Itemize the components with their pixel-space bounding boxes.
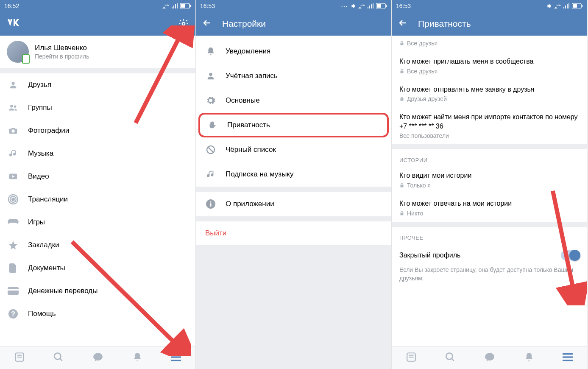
header-title: Приватность: [418, 19, 471, 29]
menu-games[interactable]: Игры: [0, 211, 195, 234]
settings-account[interactable]: Учётная запись: [196, 64, 391, 88]
settings-label: Приватность: [227, 121, 270, 129]
music-icon: [8, 148, 19, 159]
settings-music-subscription[interactable]: Подписка на музыку: [196, 162, 391, 187]
private-profile-toggle[interactable]: [561, 250, 580, 260]
bottom-nav: [392, 346, 587, 369]
settings-label: Уведомления: [226, 47, 270, 56]
svg-point-5: [10, 105, 13, 107]
svg-point-6: [14, 106, 17, 108]
settings-about[interactable]: О приложении: [196, 192, 391, 216]
nav-menu-icon[interactable]: [562, 353, 573, 363]
menu-live[interactable]: Трансляции: [0, 188, 195, 211]
menu-video[interactable]: Видео: [0, 165, 195, 188]
svg-rect-28: [386, 5, 387, 7]
profile-row[interactable]: Илья Шевченко Перейти в профиль: [0, 36, 195, 68]
status-time: 16:52: [4, 3, 19, 9]
settings-label: Основные: [226, 96, 260, 105]
settings-gear-button[interactable]: [178, 18, 189, 30]
menu-money[interactable]: Денежные переводы: [0, 280, 195, 302]
nav-messages-icon[interactable]: [484, 352, 496, 364]
svg-rect-27: [377, 4, 381, 8]
bottom-nav: [0, 346, 195, 369]
privacy-title: Кто может найти меня при импорте контакт…: [399, 112, 580, 131]
privacy-value: Все друзья: [407, 40, 438, 47]
gamepad-icon: [8, 217, 19, 228]
svg-rect-12: [8, 287, 19, 295]
status-bar: 16:52: [0, 0, 195, 12]
logout-button[interactable]: Выйти: [196, 221, 391, 245]
private-profile-row[interactable]: Закрытый профиль: [392, 243, 587, 262]
header: Приватность: [392, 12, 587, 36]
camera-icon: [8, 125, 19, 136]
profile-subtitle: Перейти в профиль: [35, 53, 89, 60]
section-stories: ИСТОРИИ: [392, 149, 587, 166]
lock-icon: [399, 96, 404, 101]
svg-point-41: [446, 353, 453, 359]
menu-label: Группы: [28, 103, 52, 112]
svg-text:?: ?: [11, 310, 15, 318]
svg-line-20: [60, 358, 62, 361]
svg-rect-1: [181, 4, 185, 8]
header: [0, 12, 195, 36]
menu-help[interactable]: ? Помощь: [0, 302, 195, 325]
bell-icon: [205, 46, 216, 57]
menu-photos[interactable]: Фотографии: [0, 119, 195, 142]
nav-feed-icon[interactable]: [406, 352, 417, 364]
settings-privacy[interactable]: Приватность: [198, 113, 389, 137]
toggle-label: Закрытый профиль: [399, 251, 460, 260]
screen-menu: 16:52 Илья Шевченко Перейти в профиль Др…: [0, 0, 196, 369]
privacy-find-by-phone[interactable]: Кто может найти меня при импорте контакт…: [392, 107, 587, 144]
menu-music[interactable]: Музыка: [0, 142, 195, 165]
settings-general[interactable]: Основные: [196, 88, 391, 113]
lock-icon: [399, 69, 404, 74]
nav-messages-icon[interactable]: [92, 352, 104, 364]
menu-label: Фотографии: [28, 126, 69, 135]
privacy-who-replies-stories[interactable]: Кто может отвечать на мои истории Никто: [392, 194, 587, 222]
privacy-invite-communities[interactable]: Кто может приглашать меня в сообщества В…: [392, 52, 587, 80]
section-other: ПРОЧЕЕ: [392, 227, 587, 243]
back-button[interactable]: [398, 18, 408, 30]
back-button[interactable]: [202, 18, 212, 30]
video-icon: [8, 171, 19, 182]
document-icon: [8, 263, 19, 274]
svg-rect-2: [190, 5, 191, 7]
settings-label: Чёрный список: [226, 145, 276, 154]
menu-docs[interactable]: Документы: [0, 257, 195, 280]
svg-point-19: [55, 353, 61, 359]
privacy-friend-request[interactable]: Кто может отправлять мне заявку в друзья…: [392, 80, 587, 108]
menu-label: Музыка: [28, 149, 53, 158]
menu-label: Игры: [28, 218, 45, 226]
star-icon: [8, 240, 19, 251]
vk-logo: [6, 17, 23, 31]
screen-settings: 16:53 ⋯ ✱ Настройки Уведомления Учётная …: [196, 0, 392, 369]
menu-groups[interactable]: Группы: [0, 96, 195, 119]
privacy-title: Кто может приглашать меня в сообщества: [399, 57, 580, 66]
privacy-title: Кто может отправлять мне заявку в друзья: [399, 85, 580, 94]
nav-notifications-icon[interactable]: [132, 352, 142, 364]
menu-bookmarks[interactable]: Закладки: [0, 234, 195, 257]
nav-feed-icon[interactable]: [14, 352, 25, 364]
svg-point-7: [11, 129, 14, 132]
settings-notifications[interactable]: Уведомления: [196, 39, 391, 64]
hand-icon: [207, 120, 218, 131]
settings-blacklist[interactable]: Чёрный список: [196, 137, 391, 162]
person-icon: [8, 79, 19, 90]
profile-name: Илья Шевченко: [35, 44, 89, 52]
broadcast-icon: [8, 194, 19, 205]
privacy-value: Никто: [407, 210, 423, 217]
nav-search-icon[interactable]: [445, 352, 456, 364]
nav-menu-icon[interactable]: [170, 353, 181, 363]
gear-icon: [205, 95, 216, 106]
main-menu: Друзья Группы Фотографии Музыка Видео Тр…: [0, 73, 195, 325]
status-time: 16:53: [396, 3, 411, 9]
screen-privacy: 16:53 ✱ Приватность Все друзья Кто может…: [392, 0, 588, 369]
privacy-item-partial[interactable]: Все друзья: [392, 36, 587, 52]
svg-point-33: [210, 201, 212, 203]
settings-label: Учётная запись: [226, 72, 278, 80]
lock-icon: [399, 211, 404, 216]
nav-search-icon[interactable]: [53, 352, 64, 364]
nav-notifications-icon[interactable]: [524, 352, 534, 364]
menu-friends[interactable]: Друзья: [0, 73, 195, 96]
privacy-who-sees-stories[interactable]: Кто видит мои истории Только я: [392, 166, 587, 194]
